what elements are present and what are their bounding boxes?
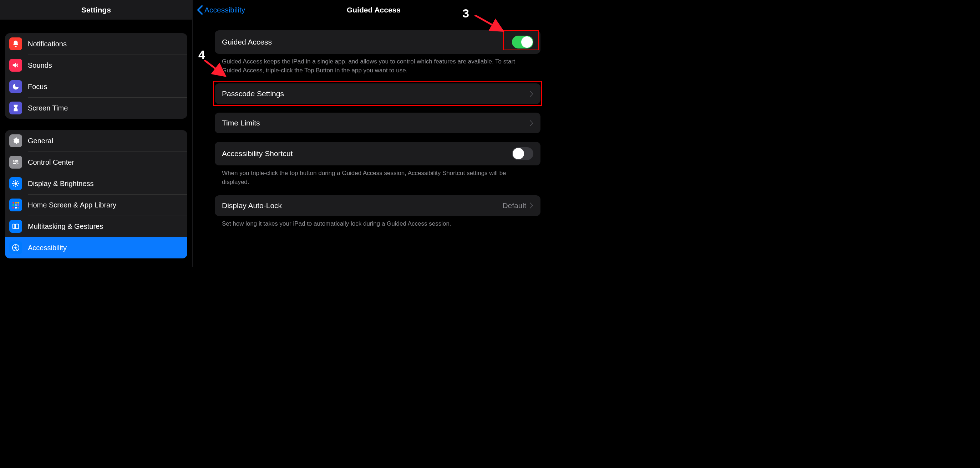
sidebar-label-notifications: Notifications [28, 40, 67, 48]
focus-icon [9, 80, 22, 93]
sidebar-item-multitasking[interactable]: Multitasking & Gestures [5, 216, 187, 237]
label-time-limits: Time Limits [222, 119, 260, 127]
sidebar-item-general[interactable]: General [5, 130, 187, 151]
svg-line-12 [18, 181, 18, 182]
label-accessibility-shortcut: Accessibility Shortcut [222, 149, 293, 158]
label-passcode: Passcode Settings [222, 89, 284, 98]
section-accessibility-shortcut: Accessibility Shortcut When you triple-c… [215, 142, 541, 186]
value-auto-lock: Default [502, 201, 526, 210]
home-screen-icon [9, 198, 22, 211]
footer-accessibility-shortcut: When you triple-click the top button dur… [215, 165, 541, 186]
sidebar-label-multitasking: Multitasking & Gestures [28, 222, 103, 231]
svg-point-4 [14, 182, 17, 185]
sidebar-item-control-center[interactable]: Control Center [5, 151, 187, 173]
detail-pane: Accessibility Guided Access Guided Acces… [192, 0, 555, 267]
notification-icon [9, 37, 22, 50]
sidebar-item-screen-time[interactable]: Screen Time [5, 97, 187, 119]
sidebar-label-accessibility: Accessibility [28, 244, 67, 252]
row-passcode-settings[interactable]: Passcode Settings [215, 83, 541, 104]
chevron-left-icon [197, 5, 203, 15]
sidebar-label-sounds: Sounds [28, 61, 52, 70]
footer-auto-lock: Set how long it takes your iPad to autom… [215, 216, 541, 228]
sidebar-label-screen-time: Screen Time [28, 104, 68, 112]
sidebar-label-display-brightness: Display & Brightness [28, 180, 94, 188]
multitasking-icon [9, 220, 22, 233]
sidebar-title: Settings [81, 6, 111, 14]
detail-header: Accessibility Guided Access [192, 0, 555, 20]
row-time-limits[interactable]: Time Limits [215, 113, 541, 133]
svg-rect-13 [13, 224, 15, 229]
sounds-icon [9, 59, 22, 71]
toggle-guided-access[interactable] [512, 36, 533, 49]
svg-line-11 [13, 186, 14, 186]
row-guided-access[interactable]: Guided Access [215, 30, 541, 54]
sidebar-group-activity: Notifications Sounds Focus [5, 33, 187, 119]
section-guided-access: Guided Access Guided Access keeps the iP… [215, 30, 541, 75]
sidebar-label-control-center: Control Center [28, 158, 74, 167]
back-label: Accessibility [204, 6, 245, 14]
accessibility-icon [9, 241, 22, 254]
section-passcode: Passcode Settings [215, 83, 541, 104]
sidebar-group-device: General Control Center Display & Brightn… [5, 130, 187, 259]
svg-point-3 [16, 163, 18, 164]
sidebar-header: Settings [0, 0, 192, 20]
label-auto-lock: Display Auto-Lock [222, 201, 282, 210]
control-center-icon [9, 156, 22, 168]
chevron-right-icon [530, 120, 533, 126]
sidebar-label-general: General [28, 137, 53, 145]
section-auto-lock: Display Auto-Lock Default Set how long i… [215, 195, 541, 228]
sidebar-item-accessibility[interactable]: Accessibility [5, 237, 187, 259]
chevron-right-icon [530, 91, 533, 97]
gear-icon [9, 134, 22, 147]
back-button[interactable]: Accessibility [192, 5, 245, 15]
sidebar-item-notifications[interactable]: Notifications [5, 33, 187, 54]
brightness-icon [9, 177, 22, 190]
row-accessibility-shortcut[interactable]: Accessibility Shortcut [215, 142, 541, 165]
footer-guided-access: Guided Access keeps the iPad in a single… [215, 54, 541, 75]
svg-line-10 [18, 186, 18, 186]
sidebar-label-focus: Focus [28, 83, 47, 91]
toggle-accessibility-shortcut[interactable] [512, 147, 533, 160]
svg-point-2 [14, 160, 16, 162]
svg-line-9 [13, 181, 14, 182]
sidebar-item-sounds[interactable]: Sounds [5, 54, 187, 76]
svg-point-16 [15, 245, 16, 246]
chevron-right-icon [530, 203, 533, 208]
row-display-auto-lock[interactable]: Display Auto-Lock Default [215, 195, 541, 216]
detail-title: Guided Access [192, 6, 555, 14]
sidebar: Settings Notifications Sounds [0, 0, 192, 267]
label-guided-access: Guided Access [222, 38, 272, 46]
sidebar-scroll[interactable]: Notifications Sounds Focus [0, 20, 192, 267]
sidebar-item-display-brightness[interactable]: Display & Brightness [5, 173, 187, 194]
sidebar-item-focus[interactable]: Focus [5, 76, 187, 97]
sidebar-item-home-screen[interactable]: Home Screen & App Library [5, 194, 187, 216]
screen-time-icon [9, 102, 22, 114]
svg-rect-14 [15, 224, 19, 229]
sidebar-label-home-screen: Home Screen & App Library [28, 201, 116, 209]
detail-body[interactable]: Guided Access Guided Access keeps the iP… [192, 20, 555, 267]
section-time-limits: Time Limits [215, 113, 541, 133]
